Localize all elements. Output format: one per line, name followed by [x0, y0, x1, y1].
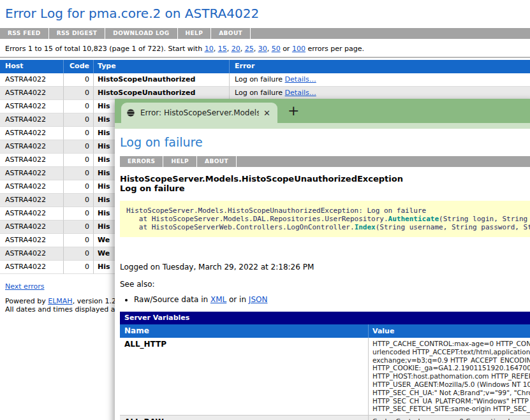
sv-value-line: exchange;v=b3;q=0.9 HTTP_ACCEPT_ENCODING… [372, 356, 530, 365]
tab-title: Error: HistoScopeServer.Models.H [140, 108, 259, 117]
cell-code: 0 [64, 154, 94, 167]
header-code: Code [64, 60, 94, 73]
cell-code: 0 [64, 167, 94, 180]
cell-code: 0 [64, 113, 94, 127]
cell-code: 0 [64, 261, 94, 274]
cell-host: ASTRA4022 [0, 261, 64, 274]
error-text: Log on failure [235, 89, 285, 97]
page-size-separator: or [281, 45, 292, 53]
cell-host: ASTRA4022 [0, 113, 64, 127]
see-also-prefix: Raw/Source data in [134, 295, 210, 304]
paging-summary: Errors 1 to 15 of total 10,823 (page 1 o… [5, 45, 530, 53]
stack-post: (String login, String [439, 215, 530, 223]
next-errors-link[interactable]: Next errors [5, 282, 44, 291]
cell-error: Log on failure Details… [230, 73, 530, 87]
cell-code: 0 [64, 247, 94, 261]
cell-host: ASTRA4022 [0, 140, 64, 154]
toolbar-button[interactable]: RSS DIGEST [49, 28, 106, 39]
error-heading: Log on failure [120, 135, 530, 149]
details-link[interactable]: Details… [285, 89, 316, 97]
header-error: Error [230, 60, 530, 73]
header-type: Type [94, 60, 230, 73]
sv-value: Cache-Control: max-age=0 Connection: kee… [369, 416, 530, 420]
server-variables-header: Name Value [120, 324, 530, 338]
stack-post: (String username, String password, St [376, 223, 530, 231]
page-size-link[interactable]: 15 [218, 45, 227, 53]
stack-trace-line: at HistoScopeServer.Models.DAL.Repositor… [126, 215, 530, 223]
elmah-link[interactable]: ELMAH [48, 297, 72, 305]
xml-link[interactable]: XML [210, 295, 226, 304]
cell-host: ASTRA4022 [0, 87, 64, 100]
cell-code: 0 [64, 87, 94, 100]
cell-host: ASTRA4022 [0, 221, 64, 234]
cell-host: ASTRA4022 [0, 154, 64, 167]
page-size-item: 20, [232, 45, 245, 53]
new-tab-icon[interactable]: + [288, 104, 299, 118]
sv-name: ALL_HTTP [120, 338, 369, 415]
exception-block: HistoScopeServer.Models.HistoScopeUnauth… [120, 174, 530, 193]
cell-code: 0 [64, 221, 94, 234]
detail-toolbar-button[interactable]: ERRORS [120, 156, 163, 167]
page-size-link[interactable]: 50 [272, 45, 281, 53]
see-also-item: Raw/Source data in XML or in JSON [134, 295, 530, 304]
globe-favicon-icon [126, 108, 135, 117]
main-toolbar: RSS FEEDRSS DIGESTDOWNLOAD LOGHELPABOUT [0, 28, 530, 39]
cell-code: 0 [64, 140, 94, 154]
cell-code: 0 [64, 100, 94, 113]
stack-pre: HistoScopeServer.Models.HistoScopeUnauth… [126, 206, 426, 215]
cell-host: ASTRA4022 [0, 180, 64, 194]
toolbar-button[interactable]: ABOUT [211, 28, 251, 39]
page-size-separator: , [240, 45, 245, 53]
exception-type: HistoScopeServer.Models.HistoScopeUnauth… [120, 174, 530, 184]
cell-host: ASTRA4022 [0, 167, 64, 180]
cell-host: ASTRA4022 [0, 247, 64, 261]
cell-host: ASTRA4022 [0, 207, 64, 221]
page-size-item: 100 errors per page. [292, 45, 364, 53]
stack-method: Authenticate [388, 215, 439, 223]
detail-toolbar: ERRORSHELPABOUT [120, 156, 530, 167]
page-size-link[interactable]: 10 [205, 45, 214, 53]
stack-trace-block: HistoScopeServer.Models.HistoScopeUnauth… [120, 201, 530, 237]
page-size-link[interactable]: 30 [258, 45, 267, 53]
details-link[interactable]: Details… [285, 75, 316, 83]
cell-host: ASTRA4022 [0, 234, 64, 247]
sv-value-line: HTTP_SEC_CH_UA_PLATFORM:"Windows" HTTP_O… [372, 397, 530, 405]
sv-value: HTTP_CACHE_CONTROL:max-age=0 HTTP_CONNEC… [369, 338, 530, 415]
json-link[interactable]: JSON [249, 295, 268, 304]
toolbar-button[interactable]: HELP [178, 28, 212, 39]
cell-host: ASTRA4022 [0, 73, 64, 87]
cell-error: Log on failure Details… [230, 87, 530, 100]
toolbar-button[interactable]: RSS FEED [0, 28, 49, 39]
table-row: ASTRA4022 0 HistoScopeUnauthorized Log o… [0, 73, 530, 87]
stack-pre: at HistoScopeServerWeb.Controllers.LogOn… [126, 223, 355, 231]
next-errors-row: Next errors [5, 282, 115, 291]
sv-name: ALL_RAW [120, 416, 369, 420]
toolbar-button[interactable]: DOWNLOAD LOG [105, 28, 177, 39]
divider-rule [0, 57, 530, 58]
detail-toolbar-button[interactable]: HELP [163, 156, 197, 167]
cell-code: 0 [64, 180, 94, 194]
tab-close-icon[interactable]: ✕ [261, 108, 272, 118]
cell-code: 0 [64, 207, 94, 221]
table-row: ASTRA4022 0 HistoScopeUnauthorized Log o… [0, 87, 530, 100]
cell-host: ASTRA4022 [0, 127, 64, 140]
sv-value-line: HTTP_SEC_CH_UA:" Not A;Brand";v="99", "C… [372, 389, 530, 397]
page-size-separator: , [214, 45, 218, 53]
page-size-link[interactable]: 20 [232, 45, 240, 53]
sv-value-line: HTTP_USER_AGENT:Mozilla/5.0 (Windows NT … [372, 380, 530, 389]
page-size-separator: , [227, 45, 232, 53]
summary-prefix: Errors 1 to 15 of total 10,823 (page 1 o… [5, 45, 205, 53]
stack-trace-line: HistoScopeServer.Models.HistoScopeUnauth… [126, 206, 530, 215]
active-tab[interactable]: Error: HistoScopeServer.Models.H ✕ [121, 103, 277, 123]
sv-value-line: HTTP_HOST:host.pathomation.com HTTP_REFE… [372, 372, 530, 380]
cell-type: HistoScopeUnauthorized [94, 87, 230, 100]
page-title: Error Log for pma.core.2 on ASTRA4022 [5, 6, 530, 21]
cell-host: ASTRA4022 [0, 194, 64, 207]
page-size-item: 50 or [272, 45, 292, 53]
detail-toolbar-button[interactable]: ABOUT [197, 156, 237, 167]
sv-value-line: HTTP_CACHE_CONTROL:max-age=0 HTTP_CONNEC… [372, 340, 530, 348]
page-size-link[interactable]: 100 [292, 45, 305, 53]
browser-tab-bar: Error: HistoScopeServer.Models.H ✕ + [115, 99, 530, 123]
page-size-link[interactable]: 25 [245, 45, 254, 53]
server-variables-title: Server Variables [120, 312, 530, 324]
